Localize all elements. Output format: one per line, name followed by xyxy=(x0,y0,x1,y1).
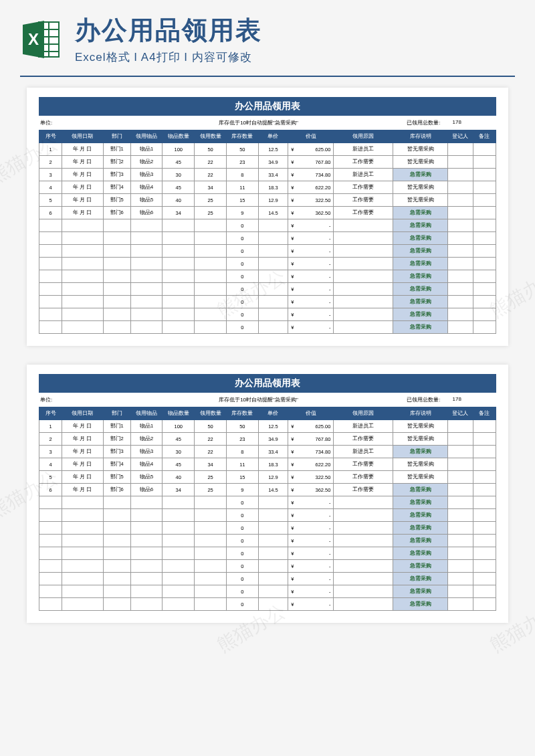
cell xyxy=(258,258,288,270)
cell: 部门6 xyxy=(103,207,130,219)
cell xyxy=(163,509,195,522)
cell xyxy=(448,547,473,560)
cell: 部门2 xyxy=(103,433,130,446)
cell xyxy=(103,219,130,232)
table-row: 4年 月 日部门4物品445341118.3¥622.20工作需要暂无需采购 xyxy=(39,181,496,194)
table-row: 0¥-急需采购 xyxy=(39,308,496,321)
cell: 物品4 xyxy=(130,181,163,194)
cell xyxy=(39,496,62,509)
table-row: 0¥-急需采购 xyxy=(39,535,496,547)
cell xyxy=(258,321,288,334)
cell xyxy=(473,598,496,611)
cell: 8 xyxy=(226,169,258,181)
cell: ¥362.50 xyxy=(288,207,334,219)
cell: 9 xyxy=(226,207,258,219)
column-header: 价值 xyxy=(288,130,334,143)
cell xyxy=(163,585,195,598)
cell xyxy=(195,296,227,308)
cell: ¥322.50 xyxy=(288,194,334,207)
cell xyxy=(448,308,473,321)
cell xyxy=(130,547,163,560)
cell: 年 月 日 xyxy=(62,458,103,471)
cell xyxy=(473,535,496,547)
cell xyxy=(473,156,496,169)
cell: 0 xyxy=(226,535,258,547)
cell: 0 xyxy=(226,245,258,258)
cell: 物品1 xyxy=(130,420,163,433)
cell xyxy=(62,598,103,611)
cell xyxy=(448,283,473,296)
cell xyxy=(39,232,62,245)
cell xyxy=(163,283,195,296)
cell: 物品1 xyxy=(130,143,163,156)
cell: ¥- xyxy=(288,496,334,509)
cell xyxy=(195,560,227,573)
cell: 4 xyxy=(39,458,62,471)
table-row: 0¥-急需采购 xyxy=(39,245,496,258)
reminder-text: 库存低于10时自动提醒"急需采购" xyxy=(174,396,344,403)
cell xyxy=(130,308,163,321)
cell: 工作需要 xyxy=(334,433,393,446)
column-header: 库存说明 xyxy=(393,407,448,420)
cell xyxy=(130,598,163,611)
cell xyxy=(163,270,195,283)
cell: 50 xyxy=(226,420,258,433)
page-subtitle: Excel格式 I A4打印 I 内容可修改 xyxy=(75,50,515,65)
cell: ¥- xyxy=(288,560,334,573)
cell: 22 xyxy=(195,156,227,169)
cell xyxy=(62,560,103,573)
cell: 工作需要 xyxy=(334,471,393,484)
cell xyxy=(473,232,496,245)
cell: 11 xyxy=(226,458,258,471)
pages-container: 办公用品领用表单位:库存低于10时自动提醒"急需采购"已领用总数量:178序号领… xyxy=(0,88,535,623)
cell xyxy=(448,169,473,181)
cell xyxy=(62,296,103,308)
sheet-page-1: 办公用品领用表单位:库存低于10时自动提醒"急需采购"已领用总数量:178序号领… xyxy=(27,88,508,346)
cell: 急需采购 xyxy=(393,296,448,308)
table-row: 0¥-急需采购 xyxy=(39,258,496,270)
table-row: 6年 月 日部门6物品63425914.5¥362.50工作需要急需采购 xyxy=(39,207,496,219)
cell xyxy=(473,194,496,207)
cell: 34 xyxy=(163,484,195,496)
cell: 急需采购 xyxy=(393,232,448,245)
reminder-text: 库存低于10时自动提醒"急需采购" xyxy=(174,119,344,126)
sheet-title: 办公用品领用表 xyxy=(39,374,496,393)
cell: 部门3 xyxy=(103,446,130,458)
cell: 物品6 xyxy=(130,484,163,496)
column-header: 序号 xyxy=(39,407,62,420)
cell xyxy=(62,535,103,547)
cell: 45 xyxy=(163,156,195,169)
table-row: 0¥-急需采购 xyxy=(39,496,496,509)
cell: 物品5 xyxy=(130,471,163,484)
cell: 急需采购 xyxy=(393,308,448,321)
cell: 34 xyxy=(195,181,227,194)
column-header: 备注 xyxy=(473,130,496,143)
cell xyxy=(473,509,496,522)
column-header: 领用原因 xyxy=(334,130,393,143)
cell: 0 xyxy=(226,296,258,308)
cell: 15 xyxy=(226,471,258,484)
cell: 部门5 xyxy=(103,471,130,484)
cell xyxy=(103,547,130,560)
cell: 11 xyxy=(226,181,258,194)
cell xyxy=(334,535,393,547)
unit-label: 单位: xyxy=(40,396,174,403)
cell xyxy=(39,560,62,573)
cell xyxy=(103,560,130,573)
cell: 年 月 日 xyxy=(62,207,103,219)
cell: 0 xyxy=(226,308,258,321)
cell: 0 xyxy=(226,496,258,509)
meta-row: 单位:库存低于10时自动提醒"急需采购"已领用总数量:178 xyxy=(39,116,496,130)
cell xyxy=(258,308,288,321)
cell xyxy=(195,308,227,321)
cell xyxy=(448,258,473,270)
header-divider xyxy=(20,76,515,77)
cell: 23 xyxy=(226,433,258,446)
cell xyxy=(130,245,163,258)
sheet-title: 办公用品领用表 xyxy=(39,97,496,116)
cell: 45 xyxy=(163,458,195,471)
cell: ¥- xyxy=(288,232,334,245)
cell: ¥622.20 xyxy=(288,458,334,471)
column-header: 库存说明 xyxy=(393,130,448,143)
cell xyxy=(62,245,103,258)
